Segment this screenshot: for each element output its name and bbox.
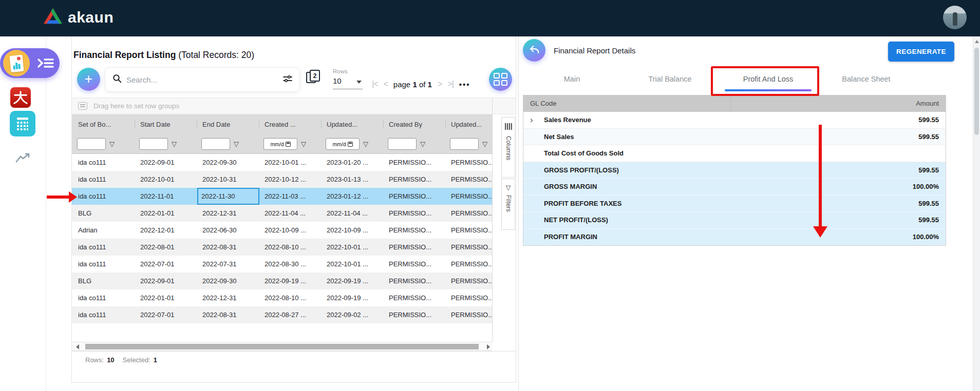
report-row-2[interactable]: Net Sales599.55	[523, 129, 946, 146]
expand-menu-icon[interactable]	[37, 57, 54, 71]
table-row-10[interactable]: ida co1112022-07-012022-08-312022-08-27 …	[72, 306, 492, 323]
table-row-3[interactable]: ida co1112022-11-012022-11-302022-11-03 …	[72, 188, 492, 205]
cell-updated_by: PERMISSIO...	[446, 272, 492, 289]
search-input[interactable]	[126, 75, 278, 84]
filter-funnel-icon[interactable]: ▽	[234, 141, 239, 147]
page-front-icon: 2	[310, 70, 320, 82]
back-button[interactable]	[523, 39, 545, 62]
first-page-button[interactable]: |<	[372, 80, 378, 89]
rows-select-caret-icon[interactable]	[356, 81, 362, 84]
grid-divider	[492, 97, 493, 342]
user-avatar[interactable]	[943, 6, 967, 29]
cell-set_of_books: BLG	[73, 205, 135, 222]
filter-funnel-icon[interactable]: ▽	[109, 141, 115, 147]
cell-start_date: 2022-07-01	[135, 306, 197, 323]
table-row-8[interactable]: BLG2022-09-012022-09-302022-09-19 ...202…	[72, 272, 492, 289]
filter-funnel-icon[interactable]: ▽	[363, 141, 368, 147]
cell-start_date: 2022-09-01	[135, 272, 197, 289]
table-row-1[interactable]: ida co1112022-09-012022-09-302022-10-01 …	[72, 154, 492, 171]
prev-page-button[interactable]: <	[384, 80, 388, 89]
row-group-dropzone[interactable]: Drag here to set row groups	[72, 97, 516, 114]
cell-start_date: 2022-07-01	[135, 256, 197, 272]
amount-value: 599.55	[918, 216, 939, 224]
filter-funnel-icon[interactable]: ▽	[482, 141, 487, 147]
filter-funnel-icon[interactable]: ▽	[420, 141, 425, 147]
next-page-button[interactable]: >	[438, 80, 442, 89]
listing-filter-row: ▽▽▽mm/d▽mm/d▽▽▽	[72, 134, 492, 154]
column-header-1[interactable]: Set of Bo...	[73, 114, 135, 134]
gl-label: GROSS MARGIN	[544, 183, 597, 190]
table-row-9[interactable]: ida co1112022-01-012022-12-312022-08-10 …	[72, 289, 492, 306]
column-filter-input[interactable]	[388, 138, 417, 150]
column-filter-input[interactable]	[201, 138, 230, 150]
report-table-header: GL Code Amount	[523, 95, 946, 112]
cell-updated_by: PERMISSIO...	[446, 306, 492, 323]
report-row-3[interactable]: Total Cost of Goods Sold	[523, 145, 946, 162]
tab-main[interactable]: Main	[523, 67, 621, 91]
erp-app-icon[interactable]	[10, 87, 31, 108]
ledger-app-icon[interactable]	[10, 111, 35, 136]
filter-cell-2: ▽	[135, 134, 197, 153]
scroll-right-arrow-icon[interactable]	[487, 344, 490, 349]
table-row-5[interactable]: Adrian2022-12-012022-06-302022-10-09 ...…	[72, 222, 492, 239]
expand-chevron-icon[interactable]: ›	[530, 115, 533, 124]
page-scrollbar	[973, 36, 980, 391]
amount-value: 599.55	[918, 166, 939, 174]
filter-tune-icon[interactable]	[283, 75, 292, 85]
page-scrollbar-thumb[interactable]	[974, 48, 979, 135]
regenerate-button[interactable]: REGENERATE	[888, 42, 954, 62]
filter-funnel-icon[interactable]: ▽	[172, 141, 177, 147]
tab-trial-balance[interactable]: Trial Balance	[621, 67, 719, 91]
cell-created: 2022-11-03 ...	[259, 188, 322, 205]
cell-created_by: PERMISSIO...	[384, 171, 446, 188]
gl-label: Sales Revenue	[544, 116, 591, 124]
last-page-button[interactable]: >|	[447, 80, 454, 89]
column-header-4[interactable]: Created ...	[259, 114, 322, 134]
column-header-5[interactable]: Updated...	[322, 114, 384, 134]
active-app-pill[interactable]	[0, 48, 60, 78]
report-row-6[interactable]: PROFIT BEFORE TAXES599.55	[523, 196, 946, 212]
amount-value: 100.00%	[913, 233, 939, 241]
column-header-6[interactable]: Created By	[384, 114, 446, 134]
column-header-2[interactable]: Start Date	[135, 114, 197, 134]
grid-view-button[interactable]	[489, 68, 512, 91]
column-filter-input[interactable]	[139, 138, 168, 150]
column-header-3[interactable]: End Date	[197, 114, 259, 134]
column-header-7[interactable]: Updated...	[446, 114, 492, 134]
table-row-6[interactable]: ida co1112022-08-012022-08-312022-08-10 …	[72, 239, 492, 256]
date-filter-input[interactable]: mm/d	[326, 138, 360, 150]
brand-logo[interactable]: akaun	[43, 8, 114, 27]
column-filter-input[interactable]	[450, 138, 479, 150]
cell-set_of_books: ida co111	[73, 154, 135, 171]
rows-select-underline	[333, 89, 363, 89]
date-filter-input[interactable]: mm/d	[263, 138, 297, 150]
report-row-1[interactable]: ›Sales Revenue599.55	[523, 112, 946, 129]
columns-side-tab[interactable]: Columns	[501, 117, 515, 178]
details-title: Financial Report Details	[554, 46, 635, 55]
avatar-figure	[953, 12, 957, 26]
annotation-down-arrow-line	[819, 125, 822, 226]
filters-side-tab[interactable]: ▽ Filters	[501, 179, 515, 230]
column-filter-input[interactable]	[77, 138, 106, 150]
rows-per-page-value[interactable]: 10	[333, 76, 342, 85]
more-options-button[interactable]: •••	[459, 80, 470, 89]
cell-updated_by: PERMISSIO...	[446, 256, 492, 272]
analytics-trend-icon[interactable]	[15, 152, 31, 166]
status-selected-value: 1	[154, 356, 157, 364]
cell-created: 2022-08-30 ...	[259, 256, 322, 272]
listing-column-headers: Set of Bo...Start DateEnd DateCreated ..…	[72, 114, 492, 134]
report-row-5[interactable]: GROSS MARGIN100.00%	[523, 179, 946, 196]
filter-funnel-icon[interactable]: ▽	[301, 141, 306, 147]
report-row-8[interactable]: PROFIT MARGIN100.00%	[523, 229, 946, 246]
table-row-2[interactable]: ida co1112022-10-012022-10-312022-10-12 …	[72, 171, 492, 188]
table-row-4[interactable]: BLG2022-01-012022-12-312022-11-04 ...202…	[72, 205, 492, 222]
report-row-7[interactable]: NET PROFIT/(LOSS)599.55	[523, 212, 946, 229]
scroll-up-arrow-icon[interactable]	[975, 40, 979, 43]
scroll-left-arrow-icon[interactable]	[76, 344, 79, 349]
report-row-4[interactable]: GROSS PROFIT/(LOSS)599.55	[523, 162, 946, 179]
tab-balance-sheet[interactable]: Balance Sheet	[817, 67, 915, 91]
add-record-button[interactable]: +	[77, 68, 100, 91]
horizontal-scrollbar-thumb[interactable]	[85, 344, 479, 349]
duplicate-view-icon[interactable]: 2	[306, 70, 322, 85]
table-row-7[interactable]: ida co1112022-07-012022-07-312022-08-30 …	[72, 256, 492, 272]
